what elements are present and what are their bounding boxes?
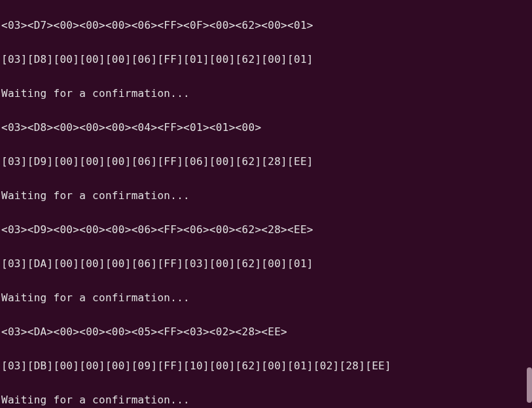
terminal-line: <03><D9><00><00><00><06><FF><06><00><62>… [1, 221, 532, 238]
terminal-output[interactable]: <03><D7><00><00><00><06><FF><0F><00><62>… [1, 0, 532, 408]
scrollbar[interactable] [525, 0, 532, 408]
terminal-line: Waiting for a confirmation... [1, 392, 532, 408]
terminal-line: [03][D9][00][00][00][06][FF][06][00][62]… [1, 153, 532, 170]
terminal-line: [03][DB][00][00][00][09][FF][10][00][62]… [1, 358, 532, 375]
terminal-line: Waiting for a confirmation... [1, 187, 532, 204]
terminal-line: [03][DA][00][00][00][06][FF][03][00][62]… [1, 255, 532, 272]
scrollbar-thumb[interactable] [527, 367, 532, 403]
terminal-line: <03><DA><00><00><00><05><FF><03><02><28>… [1, 324, 532, 341]
terminal-line: Waiting for a confirmation... [1, 289, 532, 306]
terminal-line: Waiting for a confirmation... [1, 85, 532, 102]
terminal-line: <03><D8><00><00><00><04><FF><01><01><00> [1, 119, 532, 136]
terminal-line: [03][D8][00][00][00][06][FF][01][00][62]… [1, 51, 532, 68]
terminal-line: <03><D7><00><00><00><06><FF><0F><00><62>… [1, 17, 532, 34]
